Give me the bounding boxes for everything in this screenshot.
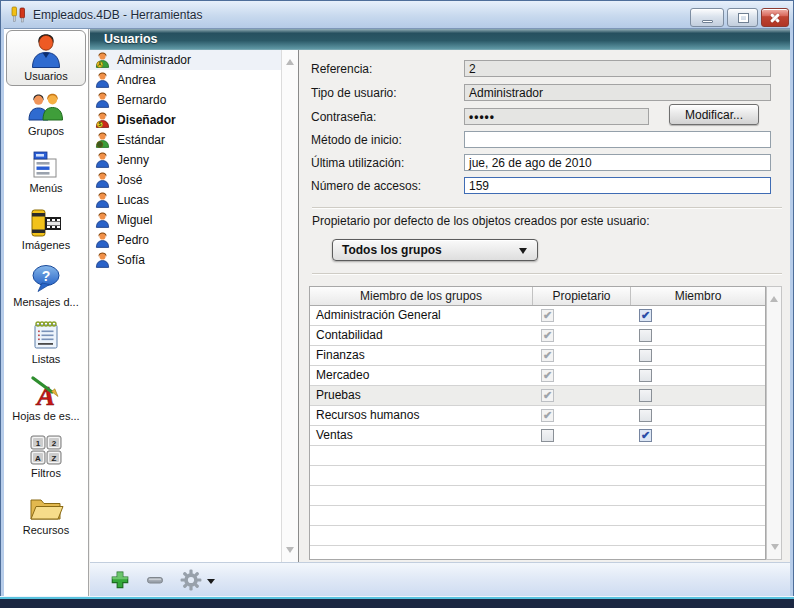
- owner-default-label: Propietario por defecto de los objetos c…: [312, 214, 650, 228]
- users-icon: [7, 31, 85, 69]
- column-header-owner: Propietario: [533, 287, 631, 305]
- content-area: UsuariosGruposMenúsImágenes?Mensajes d..…: [4, 28, 790, 596]
- ultima-utilizacion-field[interactable]: jue, 26 de ago de 2010: [464, 154, 771, 171]
- titlebar: Empleados.4DB - Herramientas: [1, 1, 793, 28]
- checkbox-propietario: ✔: [541, 389, 554, 402]
- table-row-mercadeo: Mercadeo✔: [310, 366, 765, 386]
- table-row-administracion-general: Administración General✔✔: [310, 306, 765, 326]
- checkbox-propietario[interactable]: [541, 429, 554, 442]
- checkbox-miembro[interactable]: [639, 369, 652, 382]
- sidebar-item-label: Mensajes d...: [4, 296, 88, 308]
- user-item-miguel[interactable]: Miguel: [90, 210, 298, 230]
- add-user-button[interactable]: [110, 570, 130, 593]
- checkbox-miembro[interactable]: ✔: [639, 309, 652, 322]
- modificar-button[interactable]: Modificar...: [669, 104, 759, 125]
- resources-icon: [4, 485, 88, 523]
- scroll-up-icon[interactable]: [770, 292, 778, 302]
- actions-menu-button[interactable]: [180, 569, 215, 594]
- gear-icon: [180, 569, 202, 594]
- sidebar-item-filtros[interactable]: 12AZFiltros: [4, 428, 88, 485]
- checkbox-miembro[interactable]: [639, 329, 652, 342]
- user-item-bernardo[interactable]: Bernardo: [90, 90, 298, 110]
- minimize-button[interactable]: [690, 8, 724, 27]
- sidebar-item-menus[interactable]: Menús: [4, 143, 88, 200]
- column-header-member: Miembro: [631, 287, 765, 305]
- svg-text:Z: Z: [52, 454, 57, 463]
- checkbox-miembro[interactable]: [639, 349, 652, 362]
- field-label: Última utilización:: [311, 156, 404, 170]
- table-row-empty: [310, 506, 765, 526]
- svg-text:A: A: [98, 62, 102, 67]
- user-blue-icon: [95, 72, 110, 88]
- user-item-pedro[interactable]: Pedro: [90, 230, 298, 250]
- close-button[interactable]: [761, 8, 789, 27]
- sidebar-item-label: Usuarios: [7, 70, 85, 82]
- user-name: Pedro: [117, 233, 149, 247]
- user-item-administrador[interactable]: AAdministrador: [90, 50, 298, 70]
- group-name: Recursos humanos: [310, 406, 533, 425]
- user-item-sofia[interactable]: Sofía: [90, 250, 298, 270]
- sidebar-item-label: Hojas de es...: [4, 410, 88, 422]
- dropdown-value: Todos los grupos: [342, 243, 442, 257]
- sidebar-item-mensajes-d[interactable]: ?Mensajes d...: [4, 257, 88, 314]
- sidebar-item-grupos[interactable]: Grupos: [4, 86, 88, 143]
- user-item-estandar[interactable]: Estándar: [90, 130, 298, 150]
- lists-icon: [4, 314, 88, 352]
- sidebar-item-usuarios[interactable]: Usuarios: [6, 30, 86, 86]
- form-row-ultima-utilizacion: Última utilización:jue, 26 de ago de 201…: [311, 154, 780, 172]
- table-row-pruebas: Pruebas✔: [310, 386, 765, 406]
- maximize-button[interactable]: [727, 8, 758, 27]
- checkbox-miembro[interactable]: [639, 389, 652, 402]
- user-item-lucas[interactable]: Lucas: [90, 190, 298, 210]
- separator: [312, 273, 782, 275]
- sidebar-item-imagenes[interactable]: Imágenes: [4, 200, 88, 257]
- checkbox-miembro[interactable]: [639, 409, 652, 422]
- checkbox-propietario: ✔: [541, 329, 554, 342]
- user-list-scrollbar[interactable]: [281, 50, 298, 562]
- field-label: Contraseña:: [311, 110, 376, 124]
- checkbox-miembro[interactable]: ✔: [639, 429, 652, 442]
- groups-table-scrollbar[interactable]: [766, 286, 782, 560]
- user-detail-panel: Referencia:2Tipo de usuario:Administrado…: [300, 50, 790, 562]
- user-blue-icon: [95, 192, 110, 208]
- remove-user-button[interactable]: [145, 570, 165, 593]
- sidebar-item-label: Grupos: [4, 125, 88, 137]
- window-controls: [690, 8, 789, 27]
- user-name: Estándar: [117, 133, 165, 147]
- metodo-de-inicio-field[interactable]: [464, 131, 771, 148]
- form-row-contrasena: Contraseña:•••••Modificar...: [311, 108, 780, 126]
- form-row-referencia: Referencia:2: [311, 60, 780, 78]
- scroll-up-icon[interactable]: [286, 55, 294, 65]
- sidebar: UsuariosGruposMenúsImágenes?Mensajes d..…: [4, 29, 89, 596]
- tipo-de-usuario-field: Administrador: [464, 84, 771, 101]
- user-name: Miguel: [117, 213, 152, 227]
- scroll-down-icon[interactable]: [286, 547, 294, 557]
- sidebar-item-recursos[interactable]: Recursos: [4, 485, 88, 542]
- table-row-contabilidad: Contabilidad✔: [310, 326, 765, 346]
- group-name: Mercadeo: [310, 366, 533, 385]
- checkbox-propietario: ✔: [541, 369, 554, 382]
- app-window: Empleados.4DB - Herramientas UsuariosGru…: [0, 0, 794, 608]
- groups-table-header: Miembro de los grupos Propietario Miembr…: [310, 287, 765, 306]
- svg-text:A: A: [35, 454, 41, 463]
- stylesheets-icon: A: [4, 371, 88, 409]
- list-toolbar: [110, 569, 215, 594]
- sidebar-item-listas[interactable]: Listas: [4, 314, 88, 371]
- messages-icon: ?: [4, 257, 88, 295]
- scroll-down-icon[interactable]: [771, 544, 779, 554]
- table-row-finanzas: Finanzas✔: [310, 346, 765, 366]
- owner-group-dropdown[interactable]: Todos los grupos: [332, 239, 538, 261]
- table-row-empty: [310, 486, 765, 506]
- user-item-jose[interactable]: José: [90, 170, 298, 190]
- sidebar-item-hojas-de-es[interactable]: AHojas de es...: [4, 371, 88, 428]
- user-item-andrea[interactable]: Andrea: [90, 70, 298, 90]
- numero-de-accesos-field[interactable]: 159: [464, 177, 771, 194]
- section-header: Usuarios: [90, 29, 790, 50]
- user-item-jenny[interactable]: Jenny: [90, 150, 298, 170]
- user-item-disenador[interactable]: SDiseñador: [90, 110, 298, 130]
- table-row-empty: [310, 526, 765, 546]
- menus-icon: [4, 143, 88, 181]
- user-name: Diseñador: [117, 113, 176, 127]
- user-name: José: [117, 173, 142, 187]
- sidebar-item-label: Menús: [4, 182, 88, 194]
